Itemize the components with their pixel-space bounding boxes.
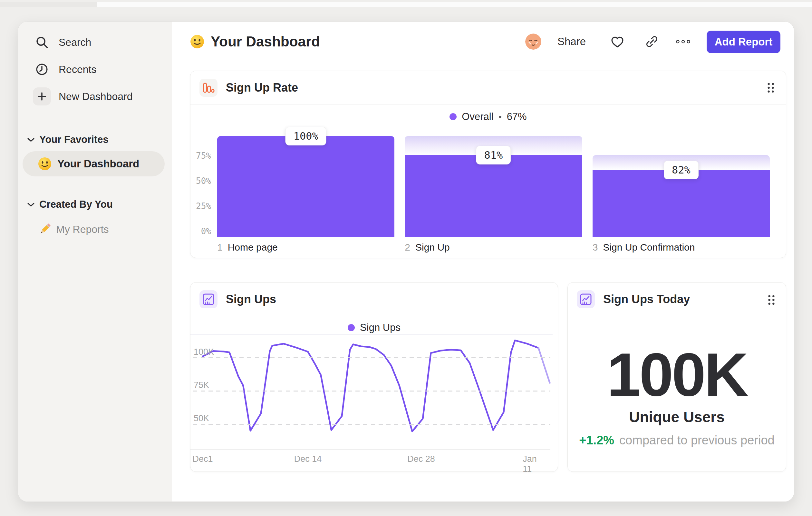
y-gridline bbox=[193, 357, 550, 358]
signups-today-card: Sign Ups Today 100K Unique Users +1.2% c… bbox=[568, 282, 786, 472]
y-axis-tick-label: 75% bbox=[192, 152, 211, 160]
x-axis-tick-label: Dec 14 bbox=[294, 454, 322, 464]
funnel-value-label: 82% bbox=[664, 161, 699, 179]
sidebar-item-label: New Dashboard bbox=[59, 91, 133, 103]
funnel-bar[interactable] bbox=[405, 155, 582, 237]
card-header: Sign Up Rate bbox=[191, 71, 786, 105]
y-gridline bbox=[193, 390, 550, 391]
more-options-icon[interactable] bbox=[676, 34, 691, 49]
window-top-strip bbox=[97, 2, 812, 7]
funnel-step-name: Sign Up bbox=[415, 242, 450, 253]
add-report-button[interactable]: Add Report bbox=[707, 31, 780, 53]
page-title-row: Your Dashboard bbox=[190, 33, 320, 51]
y-axis-tick-label: 0% bbox=[192, 227, 211, 236]
card-title: Sign Ups Today bbox=[603, 282, 690, 316]
legend-value: 67% bbox=[507, 111, 527, 123]
funnel-chart-icon bbox=[199, 79, 218, 97]
smiley-emoji bbox=[190, 34, 204, 49]
sidebar-item-label: Your Dashboard bbox=[57, 158, 139, 170]
legend-series-label: Overall bbox=[462, 111, 493, 123]
signups-card: Sign Ups Sign Ups 100K75K50KDec1Dec 14De… bbox=[190, 282, 558, 472]
funnel-step-label: 3Sign Up Confirmation bbox=[592, 242, 770, 253]
pencil-emoji bbox=[38, 222, 52, 236]
funnel-step-column: 82% bbox=[592, 136, 770, 237]
section-label: Your Favorites bbox=[39, 134, 109, 145]
funnel-bar[interactable] bbox=[592, 170, 770, 237]
funnel-step-label: 1Home page bbox=[217, 242, 395, 253]
y-axis-tick-label: 50% bbox=[192, 177, 211, 185]
section-label: Created By You bbox=[39, 199, 113, 210]
screen: Search Recents New Dashboard bbox=[0, 0, 812, 516]
line-chart-icon bbox=[577, 290, 595, 308]
funnel-step-name: Sign Up Confirmation bbox=[603, 242, 695, 253]
page-title: Your Dashboard bbox=[211, 33, 320, 50]
x-axis-tick-label: Dec 28 bbox=[407, 454, 435, 464]
y-axis-tick-label: 100K bbox=[194, 348, 214, 356]
sidebar-item-label: My Reports bbox=[56, 223, 109, 236]
x-axis-line bbox=[191, 449, 550, 450]
avatar[interactable] bbox=[525, 33, 541, 50]
chevron-down-icon bbox=[27, 137, 35, 142]
y-axis-tick-label: 50K bbox=[194, 414, 209, 423]
funnel-step-column: 100% bbox=[217, 136, 395, 237]
card-title: Sign Ups bbox=[226, 282, 276, 316]
line-series-path bbox=[203, 340, 539, 431]
share-button[interactable]: Share bbox=[557, 34, 586, 49]
funnel-bar[interactable] bbox=[217, 136, 395, 237]
sidebar-item-label: Recents bbox=[59, 63, 96, 76]
sidebar-item-my-reports[interactable]: My Reports bbox=[38, 219, 109, 240]
signup-rate-card: Sign Up Rate Overall • 67% 100% bbox=[190, 71, 786, 258]
section-created-by-you[interactable]: Created By You bbox=[27, 198, 113, 211]
clock-icon bbox=[33, 60, 51, 78]
legend-series-label: Sign Ups bbox=[360, 322, 401, 333]
legend-dot bbox=[348, 324, 355, 331]
funnel-step-index: 3 bbox=[592, 242, 598, 253]
plus-icon bbox=[33, 87, 51, 105]
chart-legend[interactable]: Overall • 67% bbox=[191, 111, 786, 123]
chart-legend[interactable]: Sign Ups bbox=[191, 322, 558, 333]
copy-link-icon[interactable] bbox=[644, 34, 659, 49]
y-gridline bbox=[193, 424, 550, 425]
line-chart-icon bbox=[199, 290, 218, 308]
sidebar-item-new-dashboard[interactable]: New Dashboard bbox=[33, 87, 133, 105]
funnel-value-label: 81% bbox=[476, 146, 511, 164]
stat-delta-note: compared to previous period bbox=[619, 433, 775, 447]
stat-delta-row: +1.2% compared to previous period bbox=[568, 433, 786, 447]
window-top-strip-left bbox=[0, 2, 97, 7]
y-axis-tick-label: 25% bbox=[192, 202, 211, 210]
card-header: Sign Ups bbox=[191, 282, 558, 316]
main-content: Your Dashboard Share bbox=[172, 22, 794, 501]
y-axis-tick-label: 75K bbox=[194, 381, 209, 389]
app-window: Search Recents New Dashboard bbox=[18, 21, 794, 502]
legend-dot bbox=[450, 113, 457, 120]
sidebar-item-your-dashboard[interactable]: Your Dashboard bbox=[23, 151, 165, 176]
sidebar-item-recents[interactable]: Recents bbox=[33, 60, 96, 78]
drag-handle-icon[interactable] bbox=[766, 81, 776, 94]
x-axis-tick-label: Dec1 bbox=[192, 454, 213, 464]
sidebar: Search Recents New Dashboard bbox=[18, 22, 172, 501]
line-plot-area bbox=[191, 334, 558, 449]
search-icon bbox=[33, 33, 51, 51]
stat-value-label: Unique Users bbox=[568, 408, 786, 426]
sidebar-item-search[interactable]: Search bbox=[33, 33, 91, 51]
funnel-value-label: 100% bbox=[286, 127, 326, 145]
funnel-step-column: 81% bbox=[405, 136, 582, 237]
stat-value: 100K bbox=[568, 339, 786, 410]
section-your-favorites[interactable]: Your Favorites bbox=[27, 133, 109, 146]
funnel-step-label: 2Sign Up bbox=[405, 242, 582, 253]
stat-delta: +1.2% bbox=[579, 433, 614, 447]
funnel-step-index: 1 bbox=[217, 242, 223, 253]
line-series-incomplete-path bbox=[539, 348, 550, 383]
funnel-step-index: 2 bbox=[405, 242, 410, 253]
favorite-heart-icon[interactable] bbox=[610, 34, 625, 49]
sidebar-item-label: Search bbox=[59, 36, 91, 48]
funnel-step-name: Home page bbox=[228, 242, 278, 253]
x-axis-tick-label: Jan 11 bbox=[523, 454, 546, 474]
smiley-emoji bbox=[38, 157, 52, 171]
legend-separator: • bbox=[499, 112, 502, 122]
card-title: Sign Up Rate bbox=[226, 71, 298, 105]
chevron-down-icon bbox=[27, 202, 35, 207]
funnel-plot-area: 100%81%82% 75%50%25%0% bbox=[191, 136, 786, 237]
drag-handle-icon[interactable] bbox=[766, 294, 776, 306]
card-header: Sign Ups Today bbox=[568, 282, 786, 316]
